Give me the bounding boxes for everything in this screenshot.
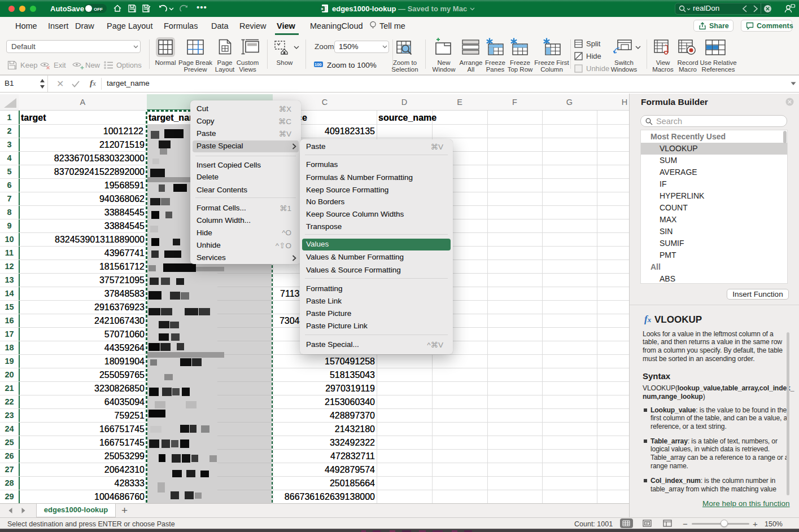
svg-text:x: x (321, 6, 324, 11)
